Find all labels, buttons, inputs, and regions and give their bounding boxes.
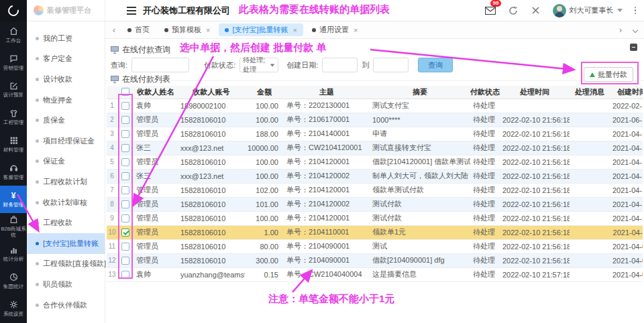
search-input[interactable] (131, 58, 189, 72)
column-header[interactable]: 处理时间 (500, 86, 570, 99)
sidebar-item[interactable]: 我的工资 (27, 28, 105, 49)
rail-item[interactable]: 统计分析 (0, 240, 27, 267)
column-header[interactable]: 收款人姓名 (133, 86, 178, 99)
table-row[interactable]: 12 管理员 15828106010 300.00 单号：2104090001 … (107, 253, 643, 267)
row-checkbox[interactable] (121, 144, 129, 152)
created-date: 2021-04-12 (610, 211, 643, 225)
table-row[interactable]: 6 张三 xxx@123.net 100.00 单号：2104120002 制单… (107, 169, 643, 183)
table-row[interactable]: 13 袁帅 yuanzhang@teamsfy.c 0.15 单号：CW2104… (107, 267, 643, 281)
refresh-button[interactable] (507, 5, 519, 17)
column-header[interactable]: 收款人账号 (178, 86, 245, 99)
tab[interactable]: [支付宝]批量转账 × (219, 23, 303, 36)
payee-name: 管理员 (133, 197, 178, 211)
tab-close-icon[interactable]: × (293, 26, 297, 34)
rail-item[interactable]: ¥ 财务管理 (0, 186, 27, 213)
rail-item[interactable]: 营销管理 (0, 49, 27, 76)
date-to-input[interactable] (373, 58, 409, 72)
payments-table-wrap: 收款人姓名收款人账号金额主题摘要付款状态处理时间处理消息创建时间 1 袁帅 18… (107, 86, 643, 323)
table-row[interactable]: 10 管理员 15828106010 1.00 单号：2104110001 领款… (107, 225, 643, 239)
rail-item[interactable]: B2B商城系统 (0, 213, 27, 241)
sidebar-item[interactable]: 项目经理保证金 (27, 131, 105, 151)
sidebar-item[interactable]: [支付宝]批量转账 (27, 233, 105, 254)
chevron-down-icon (270, 64, 274, 66)
rail-item[interactable]: 材料管理 (0, 131, 27, 158)
tabs-menu-button[interactable] (633, 27, 638, 32)
table-row[interactable]: 9 管理员 15828106010 100.00 单号：2104120001 测… (107, 211, 643, 225)
sidebar-item[interactable]: 保证金 (27, 151, 105, 172)
rail-item[interactable]: 设计预算 (0, 76, 27, 104)
user-menu[interactable]: 刘大可董事长 (553, 4, 623, 17)
row-checkbox[interactable] (121, 257, 129, 265)
select-all-checkbox[interactable] (121, 88, 129, 96)
table-row[interactable]: 8 管理员 15828106010 101.00 单号：2104120002 测… (107, 197, 643, 211)
sidebar-item[interactable]: 工程收款计划 (27, 172, 105, 192)
rail-item[interactable]: 集团统计 (0, 267, 27, 295)
panel-collapse-button[interactable] (630, 44, 637, 51)
sidebar-item[interactable]: 设计收款 (27, 69, 105, 90)
row-checkbox[interactable] (121, 214, 129, 222)
table-row[interactable]: 11 管理员 15828106010 80.00 单号：2104090001 测… (107, 239, 643, 253)
table-row[interactable]: 7 管理员 15828106010 102.00 单号：2104120001 领… (107, 183, 643, 197)
table-row[interactable]: 4 张三 xxx@123.net 10000.00 单号：CW210412000… (107, 141, 643, 155)
batch-pay-button[interactable]: 批量付款 (584, 67, 633, 82)
rail-item[interactable]: 工作台 (0, 21, 27, 49)
sidebar-item[interactable]: 质保金 (27, 110, 105, 131)
tab-close-icon[interactable]: × (354, 26, 358, 34)
sidebar-item-label: 设计收款 (43, 74, 72, 84)
row-checkbox[interactable] (121, 186, 129, 194)
sidebar-item-label: 质保金 (43, 115, 65, 125)
process-time: 2022-02-10 21:57:18 (500, 267, 570, 281)
row-checkbox[interactable] (121, 116, 129, 124)
row-checkbox[interactable] (121, 158, 129, 166)
column-header[interactable]: 处理消息 (570, 86, 610, 99)
pay-status: 待处理 (470, 197, 500, 211)
rail-item[interactable]: 客服管理 (0, 158, 27, 186)
tabs-scroll-left-button[interactable]: ‹ (109, 25, 119, 35)
row-checkbox[interactable] (121, 172, 129, 180)
subject: 单号：CW2104120001 (284, 141, 370, 155)
row-checkbox[interactable] (121, 130, 129, 138)
sidebar-item[interactable]: 收款计划审核 (27, 192, 105, 213)
table-row[interactable]: 1 袁帅 18980002100 100.00 单号：2202130001 测试… (107, 99, 643, 113)
tab[interactable]: 通用设置 × (306, 23, 364, 36)
table-row[interactable]: 3 管理员 15828106010 188.00 单号：2104140001 申… (107, 127, 643, 141)
process-time: 2022-02-10 21:56:18 (500, 225, 570, 239)
table-row[interactable]: 2 管理员 15828106010 100.00 单号：2106170001 1… (107, 113, 643, 127)
tab[interactable]: 首页 (121, 23, 156, 36)
row-checkbox[interactable] (121, 243, 129, 251)
menu-toggle-icon[interactable] (127, 7, 136, 15)
sidebar-item[interactable]: 合作伙伴领款 (27, 295, 105, 316)
row-checkbox[interactable] (121, 102, 129, 110)
column-header[interactable]: 创建时间 (610, 86, 643, 99)
tabs-scroll-right-button[interactable]: › (616, 25, 625, 35)
row-checkbox[interactable] (121, 200, 129, 208)
table-row[interactable]: 5 管理员 15828106010 100.00 单号：2104120001 借… (107, 155, 643, 169)
app-logo-icon (6, 3, 21, 17)
sidebar-item[interactable]: 工程收款 (27, 212, 105, 233)
column-header[interactable]: 摘要 (370, 86, 470, 99)
status-select[interactable]: 待处理;处理 (239, 58, 278, 72)
date-from-input[interactable] (322, 58, 358, 72)
sidebar-item[interactable]: 职员领款 (27, 274, 105, 295)
sidebar-item[interactable]: 工程领款[直接领款] (27, 254, 105, 275)
row-number: 9 (107, 211, 117, 225)
query-button[interactable]: 查询 (418, 58, 453, 72)
column-header[interactable]: 主题 (284, 86, 370, 99)
sidebar-item[interactable]: 客户定金 (27, 49, 105, 70)
tab-close-icon[interactable]: × (206, 26, 210, 34)
more-options-button[interactable] (633, 5, 638, 16)
close-fullscreen-button[interactable] (530, 5, 542, 17)
column-header[interactable]: 付款状态 (470, 86, 500, 99)
sidebar-item[interactable]: 物业押金 (27, 90, 105, 111)
column-header[interactable]: 金额 (245, 86, 284, 99)
row-checkbox[interactable] (121, 271, 129, 279)
mall-icon (9, 215, 18, 224)
process-time: 2022-02-10 21:56:18 (500, 113, 570, 127)
subject: 单号：2104110001 (284, 225, 370, 239)
rail-item[interactable]: 工程管理 (0, 103, 27, 131)
messages-button[interactable]: 99 (484, 5, 496, 17)
tab[interactable]: 预算模板 × (158, 23, 216, 36)
rail-item[interactable]: 系统设置 (0, 295, 27, 322)
row-checkbox[interactable] (121, 229, 129, 237)
rail-item-label: 设计预算 (1, 92, 26, 99)
